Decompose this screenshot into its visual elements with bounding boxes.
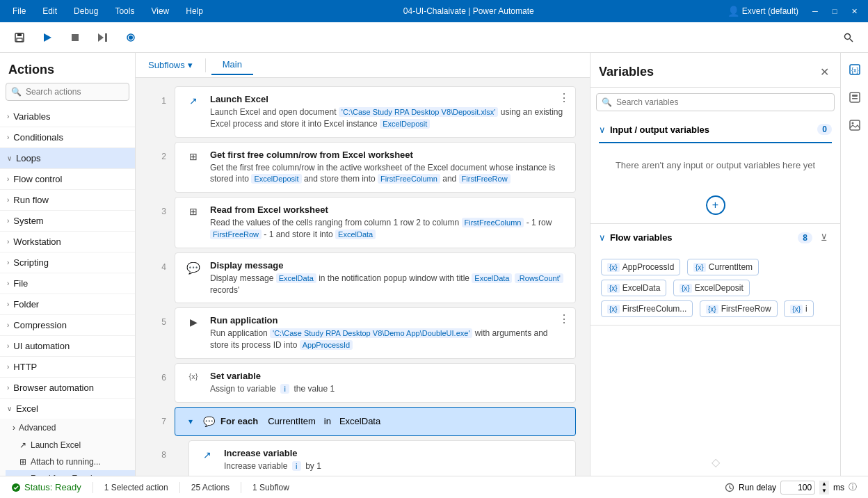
menu-debug[interactable]: Debug: [67, 3, 105, 19]
run-button[interactable]: [36, 26, 58, 49]
for-each-card[interactable]: ▾ 💬 For each CurrentItem in ExcelData: [175, 407, 576, 436]
variables-header: Variables ✕: [590, 53, 840, 88]
excel-data-link3[interactable]: ExcelData: [335, 230, 376, 239]
action-launch-excel[interactable]: ↗ Launch Excel: [6, 437, 135, 453]
svg-point-9: [845, 33, 851, 39]
increase-var-icon: ↗: [198, 448, 217, 460]
record-button[interactable]: [120, 26, 142, 49]
menu-tools[interactable]: Tools: [108, 3, 141, 19]
excel-deposit-link2[interactable]: ExcelDeposit: [251, 174, 301, 184]
doubleui-link[interactable]: 'C:\Case Study RPA Desktop V8\Demo App\D…: [270, 328, 472, 338]
menu-view[interactable]: View: [144, 3, 176, 19]
var-chip-firstfreecol[interactable]: {x} FirstFreeColum...: [601, 300, 693, 317]
var-chip-currentitem[interactable]: {x} CurrentItem: [687, 259, 759, 275]
var-chip-exceldeposit[interactable]: {x} ExcelDeposit: [673, 280, 750, 296]
first-free-row-link3[interactable]: FirstFreeRow: [210, 230, 262, 239]
variables-title: Variables: [599, 65, 817, 79]
action-group-conditionals-header[interactable]: › Conditionals: [0, 127, 135, 147]
current-item-link[interactable]: CurrentItem: [268, 416, 316, 426]
search-input[interactable]: [6, 83, 129, 101]
stop-button[interactable]: [64, 26, 86, 49]
add-io-var-button[interactable]: +: [590, 195, 840, 215]
var-chip-firstfreerow[interactable]: {x} FirstFreeRow: [700, 300, 778, 317]
action-group-uiautomation-header[interactable]: › UI automation: [0, 336, 135, 356]
delay-up-button[interactable]: ▲: [819, 481, 829, 488]
action-group-file-header[interactable]: › File: [0, 273, 135, 294]
status-divider2: [179, 482, 180, 493]
save-button[interactable]: [8, 26, 31, 49]
step-card-2[interactable]: ⊞ Get first free column/row from Excel w…: [175, 142, 576, 193]
action-group-runflow-header[interactable]: › Run flow: [0, 190, 135, 210]
excel-deposit-link[interactable]: ExcelDeposit: [380, 119, 430, 129]
excel-data-title-link[interactable]: ExcelData: [472, 273, 512, 283]
var-search-input[interactable]: [596, 93, 835, 111]
step-card-1[interactable]: ↗ Launch Excel Launch Excel and open doc…: [175, 86, 576, 138]
filter-button[interactable]: ⊻: [817, 231, 832, 244]
actions-title: Actions: [0, 53, 135, 83]
flow-step-6: 6 {x} Set variable Assign to variable i …: [150, 363, 576, 403]
add-circle-icon[interactable]: +: [706, 195, 725, 215]
step-menu-btn5[interactable]: ⋮: [558, 314, 570, 325]
action-attach-excel[interactable]: ⊞ Attach to running...: [6, 453, 135, 470]
var-section-flow-header[interactable]: ∨ Flow variables 8 ⊻: [590, 224, 840, 251]
action-group-loops-header[interactable]: ∨ Loops: [0, 148, 135, 168]
first-free-col-link3[interactable]: FirstFreeColumn: [462, 218, 524, 227]
toolbar-search-button[interactable]: [837, 26, 860, 49]
menu-help[interactable]: Help: [179, 3, 210, 19]
collapse-button[interactable]: ▾: [184, 415, 198, 428]
subflows-button[interactable]: Subflows ▾: [141, 57, 200, 73]
step-card-3[interactable]: ⊞ Read from Excel worksheet Read the val…: [175, 197, 576, 248]
step-content: Display message Display message ExcelDat…: [210, 260, 567, 296]
step-card-5[interactable]: ▶ Run application Run application 'C:\Ca…: [175, 307, 576, 359]
action-group-flowcontrol-header[interactable]: › Flow control: [0, 169, 135, 189]
first-free-row-link[interactable]: FirstFreeRow: [459, 174, 511, 184]
rows-count-link[interactable]: .RowsCount': [515, 273, 563, 283]
tab-main[interactable]: Main: [211, 55, 253, 75]
action-group-browser-header[interactable]: › Browser automation: [0, 378, 135, 398]
action-group-system-header[interactable]: › System: [0, 211, 135, 231]
step-card-6[interactable]: {x} Set variable Assign to variable i th…: [175, 363, 576, 403]
minimize-button[interactable]: ─: [807, 3, 823, 19]
deposit-xlsx-link[interactable]: 'C:\Case Study RPA Desktop V8\Deposit.xl…: [339, 107, 499, 117]
images-button[interactable]: [844, 114, 866, 136]
maximize-button[interactable]: □: [826, 3, 843, 19]
advanced-subgroup-header[interactable]: › Advanced: [6, 419, 135, 437]
variables-toggle-button[interactable]: {x}: [844, 58, 866, 81]
action-group-variables-header[interactable]: › Variables: [0, 106, 135, 127]
close-button[interactable]: ✕: [846, 3, 862, 19]
menu-edit[interactable]: Edit: [35, 3, 64, 19]
action-group-http-header[interactable]: › HTTP: [0, 357, 135, 377]
clock-icon: [725, 483, 734, 492]
step-desc: Assign to variable i the value 1: [210, 383, 567, 395]
app-process-id-link[interactable]: AppProcessId: [300, 340, 353, 350]
action-group-folder-header[interactable]: › Folder: [0, 294, 135, 314]
ui-elements-button[interactable]: [844, 86, 866, 109]
step-button[interactable]: [92, 26, 114, 49]
selected-actions-count: 1 Selected action: [104, 483, 168, 492]
step-content: Launch Excel Launch Excel and open docum…: [210, 94, 567, 130]
info-icon[interactable]: ⓘ: [849, 481, 857, 493]
var-chip-exceldata[interactable]: {x} ExcelData: [601, 280, 666, 296]
excel-data-link4[interactable]: ExcelData: [276, 273, 316, 283]
first-free-col-link[interactable]: FirstFreeColumn: [378, 174, 440, 184]
var-section-io-header[interactable]: ∨ Input / output variables 0: [590, 117, 840, 142]
delay-down-button[interactable]: ▼: [819, 488, 829, 495]
action-read-excel[interactable]: ⊞ Read from Excel w...: [6, 470, 135, 476]
var-chip-i[interactable]: {x} i: [784, 300, 813, 317]
tab-bar: Subflows ▾ Main: [136, 53, 590, 78]
step-menu-button[interactable]: ⋮: [558, 93, 570, 104]
action-group-workstation-header[interactable]: › Workstation: [0, 232, 135, 252]
actions-list: › Variables › Conditionals ∨ Loops ›: [0, 106, 135, 476]
step-card-4[interactable]: 💬 Display message Display message ExcelD…: [175, 252, 576, 304]
excel-data-foreach-link[interactable]: ExcelData: [339, 416, 380, 426]
center-panel: Subflows ▾ Main 1 ↗ Launch Excel Launch …: [136, 53, 590, 476]
action-group-compression-header[interactable]: › Compression: [0, 315, 135, 335]
menu-file[interactable]: File: [6, 3, 33, 19]
run-delay-input[interactable]: [780, 481, 815, 495]
var-chip-appprocessid[interactable]: {x} AppProcessId: [601, 259, 680, 275]
step-card-8[interactable]: ↗ Increase variable Increase variable i …: [188, 440, 576, 476]
action-group-excel-header[interactable]: ∨ Excel: [0, 399, 135, 419]
action-group-scripting-header[interactable]: › Scripting: [0, 252, 135, 273]
variables-close-button[interactable]: ✕: [817, 63, 832, 81]
tab-divider: [205, 58, 206, 72]
